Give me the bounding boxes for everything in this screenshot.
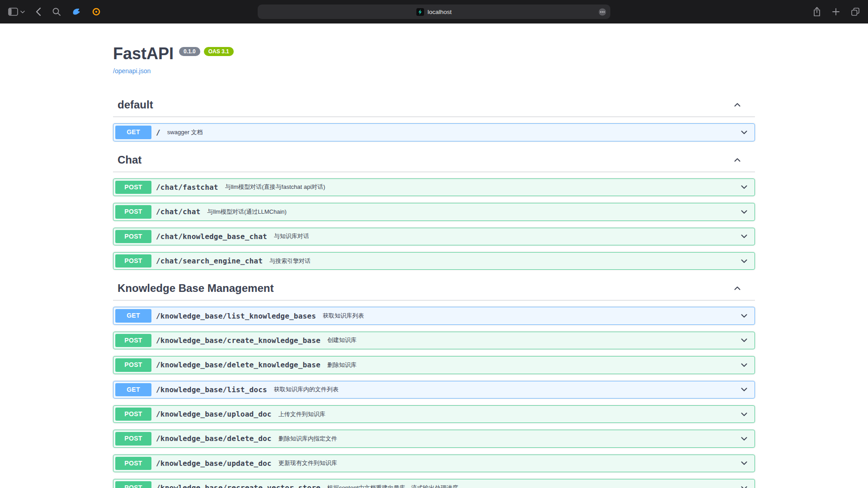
operation-path: /knowledge_base/list_docs xyxy=(156,385,267,394)
operation-row[interactable]: POST/knowledge_base/delete_knowledge_bas… xyxy=(113,356,755,374)
section-title: Knowledge Base Management xyxy=(118,282,274,295)
operation-path: /chat/fastchat xyxy=(156,183,218,192)
operation-row[interactable]: POST/chat/knowledge_base_chat与知识库对话 xyxy=(113,228,755,245)
expand-operation-button[interactable] xyxy=(738,335,750,345)
chevron-down-icon xyxy=(739,231,749,241)
api-title-text: FastAPI xyxy=(113,44,174,63)
expand-operation-button[interactable] xyxy=(738,231,750,241)
operation-row[interactable]: GET/knowledge_base/list_docs获取知识库内的文件列表 xyxy=(113,381,755,399)
operation-description: 获取知识库内的文件列表 xyxy=(274,385,738,394)
page-settings-button[interactable] xyxy=(599,8,606,16)
chevron-down-icon xyxy=(739,311,749,321)
sidebar-toggle-button[interactable] xyxy=(8,5,25,19)
chevron-down-icon xyxy=(739,335,749,345)
chevron-down-icon xyxy=(739,458,749,468)
api-section: Knowledge Base ManagementGET/knowledge_b… xyxy=(113,277,755,488)
back-arrow-icon xyxy=(36,7,41,16)
expand-operation-button[interactable] xyxy=(738,458,750,468)
url-text: localhost xyxy=(428,9,452,15)
operation-row[interactable]: POST/knowledge_base/recreate_vector_stor… xyxy=(113,479,755,488)
operation-path: /knowledge_base/list_knowledge_bases xyxy=(156,312,316,320)
new-tab-button[interactable] xyxy=(832,5,840,19)
method-badge: POST xyxy=(115,358,151,371)
section-title: default xyxy=(118,99,153,111)
sidebar-icon xyxy=(8,8,18,16)
operation-path: /knowledge_base/create_knowledge_base xyxy=(156,336,321,345)
operation-row[interactable]: POST/knowledge_base/update_doc更新现有文件到知识库 xyxy=(113,455,755,472)
operation-row[interactable]: GET/knowledge_base/list_knowledge_bases获… xyxy=(113,307,755,324)
swagger-page: FastAPI 0.1.0 OAS 3.1 /openapi.json defa… xyxy=(0,23,868,488)
section-header[interactable]: Knowledge Base Management xyxy=(113,277,755,300)
expand-operation-button[interactable] xyxy=(738,182,750,192)
operation-row[interactable]: POST/knowledge_base/delete_doc删除知识库内指定文件 xyxy=(113,430,755,447)
section-collapse-button[interactable] xyxy=(732,100,742,110)
toolbar-left-group xyxy=(8,5,101,19)
method-badge: POST xyxy=(115,457,151,470)
api-section: defaultGET/swagger 文档 xyxy=(113,93,755,141)
oas-badge: OAS 3.1 xyxy=(204,47,234,56)
expand-operation-button[interactable] xyxy=(738,127,750,137)
version-badge: 0.1.0 xyxy=(179,47,200,56)
method-badge: POST xyxy=(115,334,151,347)
operation-description: 创建知识库 xyxy=(327,336,738,344)
operation-description: swagger 文档 xyxy=(167,128,738,136)
chevron-down-icon xyxy=(739,434,749,444)
operation-description: 删除知识库 xyxy=(327,361,738,369)
operation-path: /knowledge_base/upload_doc xyxy=(156,410,272,418)
extension-blue-button[interactable] xyxy=(72,5,81,19)
chevron-up-icon xyxy=(732,155,742,165)
search-icon xyxy=(52,7,61,16)
section-collapse-button[interactable] xyxy=(732,283,742,293)
operation-path: /chat/chat xyxy=(156,207,200,216)
openapi-json-link[interactable]: /openapi.json xyxy=(113,67,151,75)
operation-path: /knowledge_base/update_doc xyxy=(156,459,272,468)
operation-description: 与llm模型对话(直接与fastchat api对话) xyxy=(225,183,738,191)
operation-row[interactable]: POST/knowledge_base/upload_doc上传文件到知识库 xyxy=(113,405,755,423)
tab-overview-button[interactable] xyxy=(851,5,860,19)
operation-row[interactable]: POST/chat/search_engine_chat与搜索引擎对话 xyxy=(113,252,755,270)
operation-description: 根据content中文档重建向量库，流式输出处理进度。 xyxy=(327,484,738,488)
expand-operation-button[interactable] xyxy=(738,483,750,488)
expand-operation-button[interactable] xyxy=(738,311,750,321)
operation-list: GET/swagger 文档 xyxy=(113,123,755,141)
expand-operation-button[interactable] xyxy=(738,207,750,217)
expand-operation-button[interactable] xyxy=(738,360,750,370)
operation-path: /knowledge_base/delete_knowledge_base xyxy=(156,361,321,369)
operation-description: 与知识库对话 xyxy=(274,232,738,240)
operation-description: 上传文件到知识库 xyxy=(278,410,738,418)
operation-path: /chat/search_engine_chat xyxy=(156,257,263,265)
operation-description: 删除知识库内指定文件 xyxy=(278,435,738,443)
operation-row[interactable]: POST/knowledge_base/create_knowledge_bas… xyxy=(113,332,755,349)
section-collapse-button[interactable] xyxy=(732,155,742,165)
chevron-down-icon xyxy=(739,256,749,266)
section-header[interactable]: Chat xyxy=(113,148,755,172)
expand-operation-button[interactable] xyxy=(738,256,750,266)
method-badge: POST xyxy=(115,181,151,194)
operation-list: POST/chat/fastchat与llm模型对话(直接与fastchat a… xyxy=(113,178,755,270)
chevron-down-icon xyxy=(739,182,749,192)
chevron-down-icon xyxy=(739,483,749,488)
expand-operation-button[interactable] xyxy=(738,434,750,444)
operation-description: 更新现有文件到知识库 xyxy=(278,459,738,467)
method-badge: POST xyxy=(115,408,151,421)
expand-operation-button[interactable] xyxy=(738,409,750,419)
operation-row[interactable]: POST/chat/chat与llm模型对话(通过LLMChain) xyxy=(113,203,755,221)
section-header[interactable]: default xyxy=(113,93,755,117)
blue-extension-icon xyxy=(72,7,81,16)
chevron-down-icon xyxy=(739,409,749,419)
operation-row[interactable]: GET/swagger 文档 xyxy=(113,123,755,141)
plus-icon xyxy=(832,8,840,16)
operation-row[interactable]: POST/chat/fastchat与llm模型对话(直接与fastchat a… xyxy=(113,178,755,196)
expand-operation-button[interactable] xyxy=(738,385,750,394)
method-badge: POST xyxy=(115,230,151,243)
browser-toolbar: localhost xyxy=(0,0,868,23)
search-button[interactable] xyxy=(52,5,61,19)
extension-orange-button[interactable] xyxy=(92,5,101,19)
method-badge: GET xyxy=(115,383,151,396)
back-button[interactable] xyxy=(36,5,41,19)
chevron-down-icon xyxy=(20,10,25,14)
method-badge: POST xyxy=(115,481,151,488)
site-favicon xyxy=(416,8,424,16)
address-bar[interactable]: localhost xyxy=(258,5,610,19)
share-button[interactable] xyxy=(813,5,821,19)
